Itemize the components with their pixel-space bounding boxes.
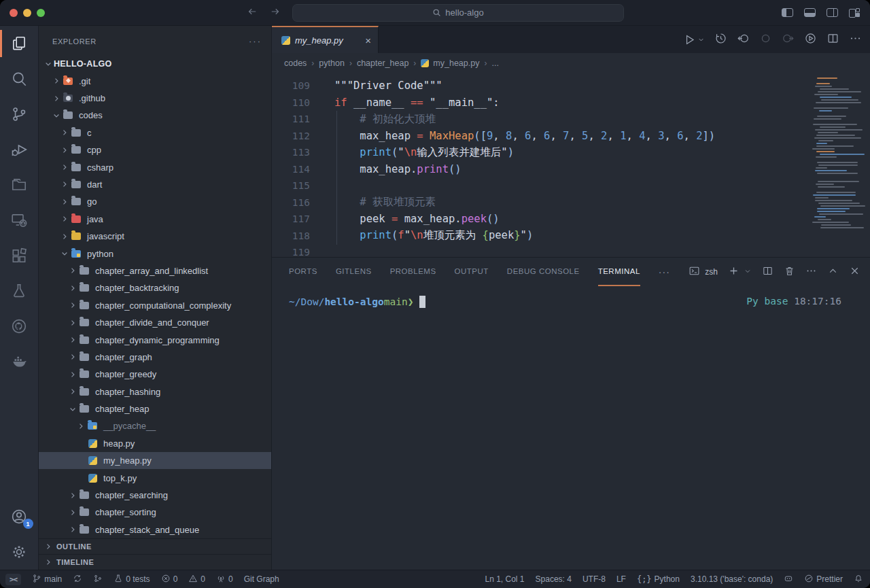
code-line[interactable]: 113 print("\n输入列表并建堆后") — [272, 144, 870, 161]
panel-tab-debug-console[interactable]: DEBUG CONSOLE — [507, 258, 580, 286]
search-activity-button[interactable] — [0, 61, 39, 97]
source-control-activity-button[interactable] — [0, 97, 39, 132]
tree-item-go[interactable]: go — [39, 193, 271, 210]
tree-item--pycache-[interactable]: __pycache__ — [39, 417, 271, 434]
tree-item-chapter-heap[interactable]: chapter_heap — [39, 400, 271, 417]
open-change-icon[interactable] — [759, 32, 772, 48]
breadcrumb-item[interactable]: python — [319, 58, 345, 68]
code-line[interactable]: 116 # 获取堆顶元素 — [272, 194, 870, 211]
problems-warnings[interactable]: 0 — [188, 574, 205, 585]
notifications[interactable] — [854, 574, 863, 585]
tree-item-java[interactable]: java — [39, 211, 271, 228]
code-line[interactable]: 115 — [272, 177, 870, 194]
panel-tab-ports[interactable]: PORTS — [289, 258, 317, 286]
more-actions-icon[interactable] — [849, 32, 862, 48]
run-button[interactable] — [683, 33, 705, 46]
code-line[interactable]: 111 # 初始化大顶堆 — [272, 111, 870, 128]
remote-explorer-activity-button[interactable] — [0, 203, 39, 238]
code-line[interactable]: 110if __name__ == "__main__": — [272, 94, 870, 111]
tree-item-dart[interactable]: dart — [39, 176, 271, 193]
tree-item-chapter-hashing[interactable]: chapter_hashing — [39, 383, 271, 400]
tree-item-chapter-computational-complexity[interactable]: chapter_computational_complexity — [39, 297, 271, 314]
minimap[interactable] — [812, 77, 865, 230]
remote-indicator[interactable]: >< — [5, 574, 21, 585]
tree-item-hello-algo[interactable]: HELLO-ALGO — [39, 55, 271, 72]
open-changes-forward-icon[interactable] — [782, 32, 795, 48]
python-interpreter[interactable]: 3.10.13 ('base': conda) — [691, 574, 773, 584]
panel-tab-problems[interactable]: PROBLEMS — [390, 258, 436, 286]
eol[interactable]: LF — [616, 574, 626, 584]
toggle-panel-icon[interactable] — [804, 8, 816, 17]
tree-item-heap-py[interactable]: heap.py — [39, 435, 271, 452]
github-activity-button[interactable] — [0, 309, 39, 344]
tree-item-javascript[interactable]: javascript — [39, 228, 271, 245]
cursor-position[interactable]: Ln 1, Col 1 — [485, 574, 524, 584]
file-history-icon[interactable] — [714, 32, 727, 48]
tree-item-chapter-searching[interactable]: chapter_searching — [39, 487, 271, 504]
sidebar-section-outline[interactable]: OUTLINE — [39, 538, 271, 554]
panel-tab-gitlens[interactable]: GITLENS — [336, 258, 372, 286]
run-debug-activity-button[interactable] — [0, 132, 39, 167]
code-line[interactable]: 114 max_heap.print() — [272, 161, 870, 178]
tree-item-codes[interactable]: codes — [39, 107, 271, 124]
sidebar-more-actions-icon[interactable]: ··· — [249, 36, 262, 46]
project-folder-activity-button[interactable] — [0, 167, 39, 203]
tree-item--github[interactable]: .github — [39, 90, 271, 107]
tab-my-heap-py[interactable]: my_heap.py × — [272, 26, 379, 53]
tree-item--git[interactable]: .git — [39, 72, 271, 89]
language-mode[interactable]: {;}Python — [637, 574, 680, 584]
git-graph-branch[interactable] — [93, 574, 103, 585]
more-actions-icon[interactable] — [805, 265, 817, 279]
code-line[interactable]: 117 peek = max_heap.peek() — [272, 211, 870, 228]
tests[interactable]: 0 tests — [114, 574, 150, 585]
command-center-search[interactable]: hello-algo — [292, 4, 624, 22]
maximize-panel-icon[interactable] — [827, 265, 839, 279]
breadcrumb-item[interactable]: my_heap.py — [421, 58, 479, 68]
code-line[interactable]: 119 — [272, 244, 870, 257]
problems-errors[interactable]: 0 — [161, 574, 178, 585]
forward-arrow-icon[interactable] — [269, 5, 281, 20]
code-line[interactable]: 118 print(f"\n堆顶元素为 {peek}") — [272, 228, 870, 245]
breadcrumb-item[interactable]: codes — [284, 58, 307, 68]
copilot[interactable] — [784, 574, 793, 585]
indentation[interactable]: Spaces: 4 — [536, 574, 572, 584]
breadcrumb-item[interactable]: ... — [491, 58, 498, 68]
tree-item-chapter-stack-and-queue[interactable]: chapter_stack_and_queue — [39, 521, 271, 538]
toggle-secondary-sidebar-icon[interactable] — [826, 8, 838, 17]
open-changes-back-icon[interactable] — [737, 32, 750, 48]
customize-layout-icon[interactable] — [849, 7, 860, 18]
close-panel-icon[interactable] — [849, 265, 860, 279]
tree-item-top-k-py[interactable]: top_k.py — [39, 469, 271, 486]
trash-icon[interactable] — [784, 265, 795, 279]
tree-item-csharp[interactable]: csharp — [39, 158, 271, 175]
back-arrow-icon[interactable] — [246, 5, 258, 20]
settings-gear-button[interactable] — [0, 534, 39, 570]
extensions-activity-button[interactable] — [0, 238, 39, 273]
code-editor[interactable]: 109"""Driver Code"""110if __name__ == "_… — [272, 73, 870, 257]
terminal[interactable]: ~/Dow/hello-algo main ❯ Py base 18:17:16 — [272, 286, 870, 570]
tree-item-chapter-backtracking[interactable]: chapter_backtracking — [39, 279, 271, 296]
tree-item-chapter-graph[interactable]: chapter_graph — [39, 349, 271, 366]
git-branch[interactable]: main — [32, 574, 62, 585]
chevron-down-icon[interactable] — [744, 266, 752, 278]
terminal-icon[interactable] — [689, 265, 700, 279]
git-graph[interactable]: Git Graph — [244, 574, 279, 584]
code-line[interactable]: 112 max_heap = MaxHeap([9, 8, 6, 6, 7, 5… — [272, 128, 870, 145]
ports[interactable]: 0 — [216, 574, 233, 585]
split-terminal-icon[interactable] — [762, 265, 773, 279]
sync-changes[interactable] — [73, 574, 82, 585]
breadcrumb-item[interactable]: chapter_heap — [357, 58, 408, 68]
panel-tabs-more-icon[interactable]: ··· — [659, 266, 670, 277]
docker-activity-button[interactable] — [0, 344, 39, 379]
toggle-primary-sidebar-icon[interactable] — [782, 8, 793, 17]
close-window-button[interactable] — [10, 9, 18, 17]
tree-item-cpp[interactable]: cpp — [39, 141, 271, 158]
explorer-activity-button[interactable] — [0, 26, 39, 61]
traffic-lights[interactable] — [10, 9, 45, 17]
new-terminal-icon[interactable] — [728, 265, 740, 279]
tree-item-chapter-greedy[interactable]: chapter_greedy — [39, 366, 271, 383]
split-editor-icon[interactable] — [826, 32, 839, 48]
prettier[interactable]: Prettier — [804, 574, 843, 585]
close-tab-icon[interactable]: × — [365, 35, 371, 46]
tree-item-chapter-divide-and-conquer[interactable]: chapter_divide_and_conquer — [39, 314, 271, 331]
